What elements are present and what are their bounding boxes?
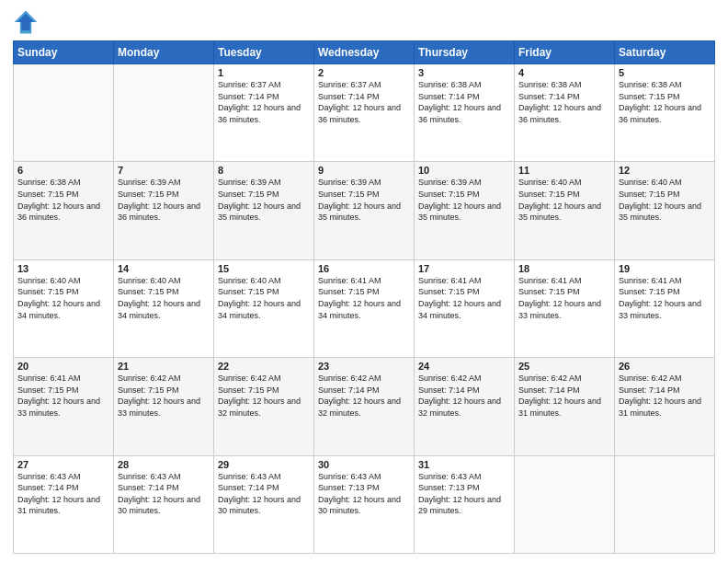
day-number: 19 xyxy=(619,263,711,274)
day-info: Sunrise: 6:43 AM Sunset: 7:13 PM Dayligh… xyxy=(318,471,410,517)
day-number: 15 xyxy=(218,263,310,274)
day-info: Sunrise: 6:40 AM Sunset: 7:15 PM Dayligh… xyxy=(619,177,711,223)
day-info: Sunrise: 6:40 AM Sunset: 7:15 PM Dayligh… xyxy=(518,177,610,223)
day-number: 16 xyxy=(318,263,410,274)
calendar-day-cell xyxy=(114,64,214,162)
day-info: Sunrise: 6:43 AM Sunset: 7:14 PM Dayligh… xyxy=(118,471,210,517)
day-number: 5 xyxy=(619,67,711,78)
day-number: 22 xyxy=(218,361,310,372)
day-number: 18 xyxy=(518,263,610,274)
day-info: Sunrise: 6:38 AM Sunset: 7:14 PM Dayligh… xyxy=(418,79,510,125)
logo-icon xyxy=(13,9,39,35)
day-number: 13 xyxy=(17,263,109,274)
calendar-day-cell: 3Sunrise: 6:38 AM Sunset: 7:14 PM Daylig… xyxy=(415,64,515,162)
day-number: 29 xyxy=(218,459,310,470)
calendar-day-cell: 26Sunrise: 6:42 AM Sunset: 7:14 PM Dayli… xyxy=(615,358,715,455)
day-info: Sunrise: 6:43 AM Sunset: 7:14 PM Dayligh… xyxy=(218,471,310,517)
day-info: Sunrise: 6:43 AM Sunset: 7:14 PM Dayligh… xyxy=(17,471,109,517)
calendar-table: SundayMondayTuesdayWednesdayThursdayFrid… xyxy=(13,40,715,554)
day-number: 4 xyxy=(518,67,610,78)
day-number: 30 xyxy=(318,459,410,470)
day-info: Sunrise: 6:43 AM Sunset: 7:13 PM Dayligh… xyxy=(418,471,510,517)
weekday-header: Sunday xyxy=(14,41,114,64)
calendar-day-cell: 31Sunrise: 6:43 AM Sunset: 7:13 PM Dayli… xyxy=(415,455,515,553)
calendar-week-row: 27Sunrise: 6:43 AM Sunset: 7:14 PM Dayli… xyxy=(14,455,715,553)
calendar-day-cell: 25Sunrise: 6:42 AM Sunset: 7:14 PM Dayli… xyxy=(515,358,615,455)
calendar-day-cell: 9Sunrise: 6:39 AM Sunset: 7:15 PM Daylig… xyxy=(314,162,415,259)
day-number: 7 xyxy=(118,165,210,176)
day-info: Sunrise: 6:40 AM Sunset: 7:15 PM Dayligh… xyxy=(118,275,210,321)
calendar-body: 1Sunrise: 6:37 AM Sunset: 7:14 PM Daylig… xyxy=(14,64,715,554)
calendar-header: SundayMondayTuesdayWednesdayThursdayFrid… xyxy=(14,41,715,64)
day-info: Sunrise: 6:40 AM Sunset: 7:15 PM Dayligh… xyxy=(17,275,109,321)
day-number: 6 xyxy=(17,165,109,176)
weekday-header: Saturday xyxy=(615,41,715,64)
calendar-day-cell: 16Sunrise: 6:41 AM Sunset: 7:15 PM Dayli… xyxy=(314,259,415,357)
day-number: 31 xyxy=(418,459,510,470)
day-info: Sunrise: 6:42 AM Sunset: 7:14 PM Dayligh… xyxy=(418,373,510,419)
svg-marker-1 xyxy=(17,14,35,31)
day-number: 8 xyxy=(218,165,310,176)
day-number: 25 xyxy=(518,361,610,372)
day-info: Sunrise: 6:42 AM Sunset: 7:14 PM Dayligh… xyxy=(619,373,711,419)
calendar-day-cell: 14Sunrise: 6:40 AM Sunset: 7:15 PM Dayli… xyxy=(114,259,214,357)
day-info: Sunrise: 6:39 AM Sunset: 7:15 PM Dayligh… xyxy=(218,177,310,223)
logo xyxy=(13,9,42,35)
calendar-day-cell: 23Sunrise: 6:42 AM Sunset: 7:14 PM Dayli… xyxy=(314,358,415,455)
calendar-week-row: 13Sunrise: 6:40 AM Sunset: 7:15 PM Dayli… xyxy=(14,259,715,357)
day-number: 20 xyxy=(17,361,109,372)
calendar-day-cell xyxy=(14,64,114,162)
calendar-day-cell: 22Sunrise: 6:42 AM Sunset: 7:15 PM Dayli… xyxy=(214,358,314,455)
weekday-header: Friday xyxy=(515,41,615,64)
day-info: Sunrise: 6:42 AM Sunset: 7:15 PM Dayligh… xyxy=(118,373,210,419)
calendar-day-cell: 6Sunrise: 6:38 AM Sunset: 7:15 PM Daylig… xyxy=(14,162,114,259)
day-number: 14 xyxy=(118,263,210,274)
calendar-day-cell: 28Sunrise: 6:43 AM Sunset: 7:14 PM Dayli… xyxy=(114,455,214,553)
day-number: 10 xyxy=(418,165,510,176)
calendar-day-cell: 20Sunrise: 6:41 AM Sunset: 7:15 PM Dayli… xyxy=(14,358,114,455)
day-info: Sunrise: 6:38 AM Sunset: 7:14 PM Dayligh… xyxy=(518,79,610,125)
day-info: Sunrise: 6:41 AM Sunset: 7:15 PM Dayligh… xyxy=(17,373,109,419)
calendar-day-cell: 1Sunrise: 6:37 AM Sunset: 7:14 PM Daylig… xyxy=(214,64,314,162)
calendar-day-cell: 2Sunrise: 6:37 AM Sunset: 7:14 PM Daylig… xyxy=(314,64,415,162)
day-info: Sunrise: 6:42 AM Sunset: 7:14 PM Dayligh… xyxy=(318,373,410,419)
day-info: Sunrise: 6:42 AM Sunset: 7:14 PM Dayligh… xyxy=(518,373,610,419)
header-row: SundayMondayTuesdayWednesdayThursdayFrid… xyxy=(14,41,715,64)
day-number: 12 xyxy=(619,165,711,176)
day-number: 24 xyxy=(418,361,510,372)
weekday-header: Thursday xyxy=(415,41,515,64)
day-info: Sunrise: 6:39 AM Sunset: 7:15 PM Dayligh… xyxy=(118,177,210,223)
day-info: Sunrise: 6:41 AM Sunset: 7:15 PM Dayligh… xyxy=(619,275,711,321)
calendar-day-cell: 27Sunrise: 6:43 AM Sunset: 7:14 PM Dayli… xyxy=(14,455,114,553)
day-number: 11 xyxy=(518,165,610,176)
calendar-week-row: 20Sunrise: 6:41 AM Sunset: 7:15 PM Dayli… xyxy=(14,358,715,455)
day-info: Sunrise: 6:39 AM Sunset: 7:15 PM Dayligh… xyxy=(318,177,410,223)
day-info: Sunrise: 6:38 AM Sunset: 7:15 PM Dayligh… xyxy=(17,177,109,223)
calendar-day-cell: 12Sunrise: 6:40 AM Sunset: 7:15 PM Dayli… xyxy=(615,162,715,259)
calendar-day-cell: 8Sunrise: 6:39 AM Sunset: 7:15 PM Daylig… xyxy=(214,162,314,259)
day-info: Sunrise: 6:41 AM Sunset: 7:15 PM Dayligh… xyxy=(318,275,410,321)
calendar-day-cell: 30Sunrise: 6:43 AM Sunset: 7:13 PM Dayli… xyxy=(314,455,415,553)
day-info: Sunrise: 6:37 AM Sunset: 7:14 PM Dayligh… xyxy=(318,79,410,125)
day-info: Sunrise: 6:41 AM Sunset: 7:15 PM Dayligh… xyxy=(518,275,610,321)
calendar-day-cell: 18Sunrise: 6:41 AM Sunset: 7:15 PM Dayli… xyxy=(515,259,615,357)
calendar-day-cell: 10Sunrise: 6:39 AM Sunset: 7:15 PM Dayli… xyxy=(415,162,515,259)
calendar-day-cell: 15Sunrise: 6:40 AM Sunset: 7:15 PM Dayli… xyxy=(214,259,314,357)
calendar-day-cell: 24Sunrise: 6:42 AM Sunset: 7:14 PM Dayli… xyxy=(415,358,515,455)
day-number: 17 xyxy=(418,263,510,274)
day-info: Sunrise: 6:42 AM Sunset: 7:15 PM Dayligh… xyxy=(218,373,310,419)
calendar-day-cell: 19Sunrise: 6:41 AM Sunset: 7:15 PM Dayli… xyxy=(615,259,715,357)
day-info: Sunrise: 6:40 AM Sunset: 7:15 PM Dayligh… xyxy=(218,275,310,321)
day-number: 23 xyxy=(318,361,410,372)
weekday-header: Tuesday xyxy=(214,41,314,64)
day-number: 3 xyxy=(418,67,510,78)
calendar-week-row: 1Sunrise: 6:37 AM Sunset: 7:14 PM Daylig… xyxy=(14,64,715,162)
calendar-day-cell: 17Sunrise: 6:41 AM Sunset: 7:15 PM Dayli… xyxy=(415,259,515,357)
day-number: 1 xyxy=(218,67,310,78)
header xyxy=(13,9,715,35)
calendar-week-row: 6Sunrise: 6:38 AM Sunset: 7:15 PM Daylig… xyxy=(14,162,715,259)
calendar-day-cell: 13Sunrise: 6:40 AM Sunset: 7:15 PM Dayli… xyxy=(14,259,114,357)
calendar-day-cell: 11Sunrise: 6:40 AM Sunset: 7:15 PM Dayli… xyxy=(515,162,615,259)
day-number: 21 xyxy=(118,361,210,372)
day-number: 26 xyxy=(619,361,711,372)
